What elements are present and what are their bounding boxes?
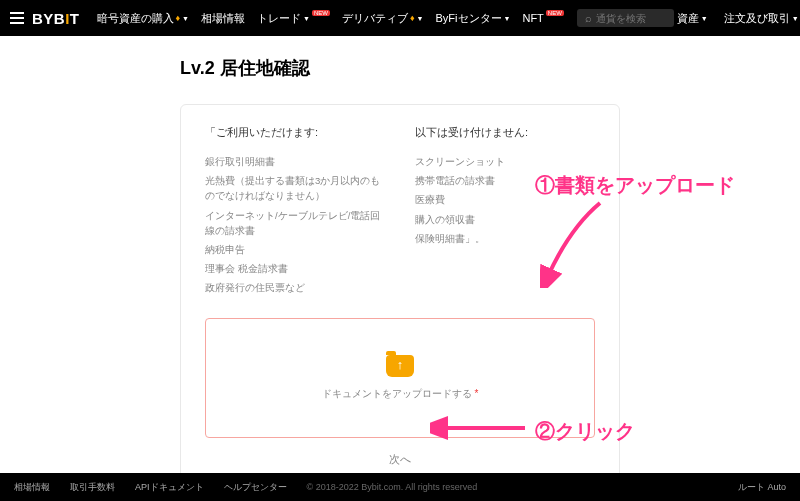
page-title: Lv.2 居住地確認 — [180, 56, 620, 80]
accepted-col: 「ご利用いただけます: 銀行取引明細書 光熱費（提出する書類は3か月以内のもので… — [205, 125, 385, 300]
upload-icon — [386, 355, 414, 377]
footer-link[interactable]: 相場情報 — [14, 481, 50, 494]
nav-byfi[interactable]: ByFiセンター▼ — [431, 11, 516, 26]
route-info[interactable]: ルート Auto — [738, 481, 786, 494]
upload-label: ドキュメントをアップロードする * — [322, 387, 479, 401]
list-item: 理事会 税金請求書 — [205, 261, 385, 276]
nav-trade[interactable]: トレード▼NEW — [252, 11, 335, 26]
nav-orders[interactable]: 注文及び取引▼ — [721, 11, 800, 26]
top-nav: BYBIT 暗号資産の購入♦▼ 相場情報 トレード▼NEW デリバティブ♦▼ B… — [0, 0, 800, 36]
footer-link[interactable]: APIドキュメント — [135, 481, 204, 494]
list-item: スクリーンショット — [415, 154, 595, 169]
arrow-2 — [430, 416, 530, 440]
annotation-1: ①書類をアップロード — [535, 172, 735, 199]
nav-buy[interactable]: 暗号資産の購入♦▼ — [92, 11, 195, 26]
menu-icon[interactable] — [10, 12, 24, 24]
nav-market[interactable]: 相場情報 — [196, 11, 250, 26]
main-content: Lv.2 居住地確認 「ご利用いただけます: 銀行取引明細書 光熱費（提出する書… — [0, 36, 800, 484]
copyright: © 2018-2022 Bybit.com. All rights reserv… — [307, 482, 478, 492]
search-icon: ⌕ — [585, 12, 592, 24]
annotation-2: ②クリック — [535, 418, 635, 445]
list-item: 銀行取引明細書 — [205, 154, 385, 169]
search-input[interactable] — [596, 13, 666, 24]
nav-assets[interactable]: 資産▼ — [674, 11, 711, 26]
nav-nft[interactable]: NFTNEW — [517, 12, 568, 24]
nav-links: 暗号資産の購入♦▼ 相場情報 トレード▼NEW デリバティブ♦▼ ByFiセンタ… — [92, 11, 569, 26]
list-item: 納税申告 — [205, 242, 385, 257]
footer: 相場情報 取引手数料 APIドキュメント ヘルプセンター © 2018-2022… — [0, 473, 800, 501]
search-box[interactable]: ⌕ — [577, 9, 674, 27]
footer-link[interactable]: ヘルプセンター — [224, 481, 287, 494]
list-item: 政府発行の住民票など — [205, 280, 385, 295]
footer-link[interactable]: 取引手数料 — [70, 481, 115, 494]
nav-deriv[interactable]: デリバティブ♦▼ — [337, 11, 429, 26]
list-item: インターネット/ケーブルテレビ/電話回線の請求書 — [205, 208, 385, 238]
arrow-1 — [540, 198, 620, 288]
logo[interactable]: BYBIT — [32, 10, 80, 27]
accepted-head: 「ご利用いただけます: — [205, 125, 385, 140]
rejected-head: 以下は受け付けません: — [415, 125, 595, 140]
list-item: 光熱費（提出する書類は3か月以内のものでなければなりません） — [205, 173, 385, 203]
next-button[interactable]: 次へ — [205, 452, 595, 467]
